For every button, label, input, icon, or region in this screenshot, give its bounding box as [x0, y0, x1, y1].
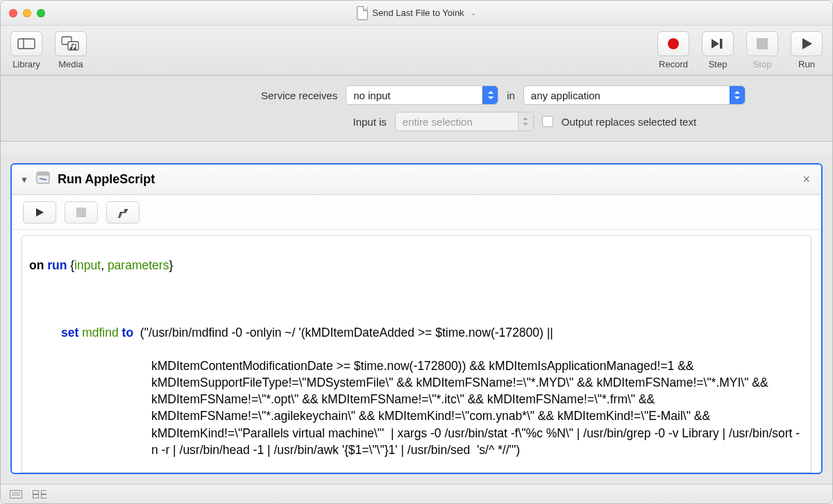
- script-editor[interactable]: on run {input, parameters} set mdfind to…: [22, 235, 811, 473]
- svg-rect-7: [757, 38, 768, 49]
- run-applescript-action: ▼ Run AppleScript × on run {input, param…: [10, 163, 823, 474]
- traffic-lights: [9, 9, 45, 17]
- action-title: Run AppleScript: [58, 172, 155, 187]
- close-icon[interactable]: ×: [800, 172, 813, 187]
- svg-marker-5: [712, 39, 719, 49]
- run-script-button[interactable]: [23, 201, 56, 224]
- svg-point-4: [668, 38, 679, 49]
- step-label: Step: [709, 59, 727, 69]
- service-receives-value: no input: [353, 90, 390, 101]
- compile-script-button[interactable]: [106, 201, 140, 224]
- log-view-icon[interactable]: [9, 489, 23, 499]
- main-toolbar: Library Media Record Step Stop: [1, 26, 832, 76]
- stepper-icon: [730, 86, 745, 104]
- service-receives-select[interactable]: no input: [346, 85, 498, 105]
- status-bar: [1, 484, 832, 503]
- library-button[interactable]: [10, 31, 42, 56]
- window-titlebar: Send Last File to Yoink ⌄: [1, 1, 832, 26]
- in-label: in: [507, 90, 515, 101]
- service-receives-label: Service receives: [87, 90, 337, 101]
- toolbar-left-group: Library Media: [10, 31, 87, 69]
- svg-rect-18: [42, 490, 47, 494]
- library-label: Library: [12, 59, 40, 69]
- svg-rect-3: [68, 42, 78, 50]
- svg-marker-8: [802, 38, 812, 49]
- svg-rect-17: [33, 494, 39, 498]
- svg-marker-11: [36, 208, 44, 217]
- svg-rect-10: [37, 172, 49, 176]
- window-title-area: Send Last File to Yoink ⌄: [1, 6, 832, 20]
- output-replaces-checkbox[interactable]: [542, 116, 553, 127]
- script-toolbar: [12, 195, 821, 230]
- document-icon: [357, 6, 368, 20]
- zoom-window-button[interactable]: [37, 9, 45, 17]
- window-title: Send Last File to Yoink: [372, 8, 464, 18]
- run-label: Run: [798, 59, 815, 69]
- step-button[interactable]: [702, 31, 734, 56]
- chevron-down-icon: ⌄: [471, 9, 476, 17]
- svg-rect-0: [18, 39, 35, 49]
- input-is-select: entire selection: [395, 112, 534, 131]
- record-button[interactable]: [657, 31, 689, 56]
- output-replaces-label: Output replaces selected text: [562, 116, 696, 128]
- input-is-value: entire selection: [403, 116, 473, 128]
- svg-rect-19: [42, 494, 47, 498]
- variables-view-icon[interactable]: [33, 489, 47, 499]
- workflow-canvas[interactable]: ▼ Run AppleScript × on run {input, param…: [1, 153, 832, 484]
- svg-rect-6: [720, 39, 723, 49]
- media-button[interactable]: [55, 31, 87, 56]
- run-button[interactable]: [791, 31, 823, 56]
- stop-label: Stop: [753, 59, 772, 69]
- svg-rect-16: [33, 490, 39, 494]
- stop-button[interactable]: [746, 31, 778, 56]
- svg-rect-13: [10, 490, 22, 498]
- minimize-window-button[interactable]: [23, 9, 31, 17]
- application-select[interactable]: any application: [523, 85, 746, 105]
- stop-script-button[interactable]: [65, 201, 98, 224]
- toolbar-right-group: Record Step Stop Run: [657, 31, 823, 69]
- service-options: Service receives no input in any applica…: [1, 76, 832, 142]
- svg-rect-12: [76, 208, 86, 217]
- stepper-icon: [518, 112, 533, 131]
- record-label: Record: [659, 59, 688, 69]
- media-label: Media: [58, 59, 83, 69]
- application-value: any application: [531, 90, 600, 101]
- close-window-button[interactable]: [9, 9, 17, 17]
- applescript-icon: [35, 171, 51, 188]
- disclosure-triangle-icon[interactable]: ▼: [20, 175, 28, 185]
- stepper-icon: [482, 86, 498, 104]
- input-is-label: Input is: [137, 116, 387, 128]
